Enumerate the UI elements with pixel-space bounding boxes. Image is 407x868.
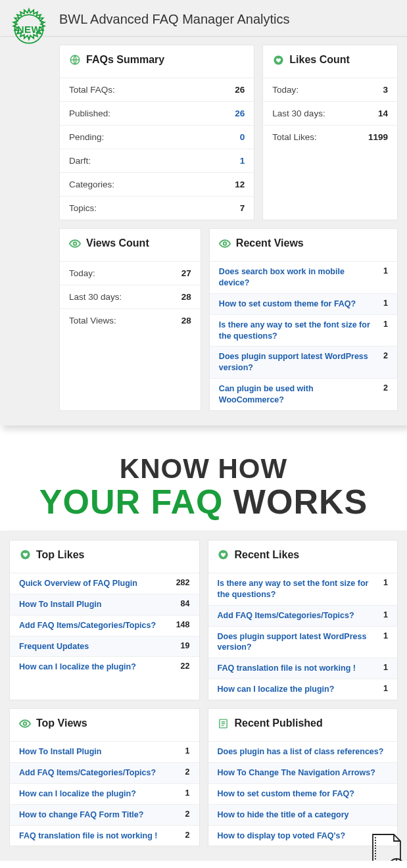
stat-label: Today: xyxy=(69,268,95,278)
list-row: Frequent Updates19 xyxy=(10,636,199,657)
stat-label: Total Likes: xyxy=(272,132,317,142)
list-count: 2 xyxy=(383,351,388,360)
list-count: 84 xyxy=(181,599,190,608)
list-link[interactable]: Does search box work in mobile device? xyxy=(219,266,377,289)
list-link[interactable]: How To Install Plugin xyxy=(19,599,101,610)
document-icon xyxy=(218,717,229,729)
list-row: Does plugin support latest WordPress ver… xyxy=(208,626,398,658)
list-count: 1 xyxy=(383,631,388,640)
stat-row: Pending:0 xyxy=(60,125,254,149)
list-row: Can plugin be used with WooCommerce?2 xyxy=(210,378,397,410)
list-link[interactable]: How To Change The Navigation Arrows? xyxy=(218,767,375,779)
page-title: BWL Advanced FAQ Manager Analytics xyxy=(0,0,407,37)
eye-icon xyxy=(19,717,31,729)
list-row: Add FAQ Items/Categories/Topics?148 xyxy=(10,615,199,636)
list-link[interactable]: How can I localize the plugin? xyxy=(19,662,136,673)
stat-value[interactable]: 1 xyxy=(240,156,245,166)
list-count: 1 xyxy=(383,610,388,619)
top-likes-card: Top Likes Quick Overview of FAQ Plugin28… xyxy=(9,540,200,700)
stat-value[interactable]: 0 xyxy=(240,132,245,142)
topviews-title: Top Views xyxy=(36,717,87,729)
list-row: Quick Overview of FAQ Plugin282 xyxy=(10,573,199,594)
heart-icon xyxy=(272,54,284,66)
list-row: How To Install Plugin1 xyxy=(10,741,199,762)
recent-likes-card: Recent Likes Is there any way to set the… xyxy=(208,540,398,700)
list-link[interactable]: How can I localize the plugin? xyxy=(218,684,335,695)
svg-point-3 xyxy=(74,242,77,245)
stat-value: 3 xyxy=(383,85,388,95)
list-count: 1 xyxy=(185,746,190,756)
stat-row: Today:27 xyxy=(60,261,201,285)
list-row: FAQ translation file is not working !2 xyxy=(10,825,199,846)
list-link[interactable]: How to set custom theme for FAQ? xyxy=(219,299,356,310)
list-link[interactable]: How to hide the title of a category xyxy=(218,809,349,821)
list-row: How can I localize the plugin?1 xyxy=(10,783,199,804)
hero-line1: KNOW HOW xyxy=(0,453,407,485)
list-row: How to set custom theme for FAQ? xyxy=(208,783,398,804)
stat-value: 28 xyxy=(181,316,191,326)
stat-value: 14 xyxy=(378,108,388,118)
list-link[interactable]: How to display top voted FAQ's? xyxy=(218,831,346,842)
globe-icon xyxy=(69,54,81,66)
list-row: How To Change The Navigation Arrows? xyxy=(208,762,398,783)
list-row: Is there any way to set the font size fo… xyxy=(208,573,398,605)
stat-label: Published: xyxy=(69,108,110,118)
list-link[interactable]: Add FAQ Items/Categories/Topics? xyxy=(19,767,156,779)
list-count: 148 xyxy=(176,620,190,629)
list-link[interactable]: How to change FAQ Form Title? xyxy=(19,809,143,821)
views-title: Views Count xyxy=(86,237,149,249)
list-row: How to change FAQ Form Title?2 xyxy=(10,804,199,825)
eye-icon xyxy=(69,237,81,249)
stat-value: 27 xyxy=(181,268,191,278)
list-count: 1 xyxy=(185,788,190,798)
list-link[interactable]: Is there any way to set the font size fo… xyxy=(218,578,377,600)
list-link[interactable]: How to set custom theme for FAQ? xyxy=(218,788,354,800)
heart-icon xyxy=(218,549,229,561)
list-row: How To Install Plugin84 xyxy=(10,594,199,615)
list-link[interactable]: How To Install Plugin xyxy=(19,746,101,758)
list-link[interactable]: Quick Overview of FAQ Plugin xyxy=(19,578,137,589)
stat-label: Last 30 days: xyxy=(69,292,122,302)
list-link[interactable]: Can plugin be used with WooCommerce? xyxy=(219,383,377,406)
stat-value: 7 xyxy=(240,203,245,213)
stat-label: Total Views: xyxy=(69,316,116,326)
list-link[interactable]: Does plugin support latest WordPress ver… xyxy=(219,351,377,374)
dashboard-section-2: Top Likes Quick Overview of FAQ Plugin28… xyxy=(0,531,407,861)
list-link[interactable]: Does plugin support latest WordPress ver… xyxy=(218,631,377,654)
dashboard-section-1: FAQs Summary Total FAQs:26Published:26Pe… xyxy=(0,37,407,425)
stat-label: Last 30 days: xyxy=(272,108,325,118)
heart-icon xyxy=(19,549,31,561)
list-link[interactable]: FAQ translation file is not working ! xyxy=(19,831,157,842)
svg-point-7 xyxy=(24,722,27,725)
list-link[interactable]: How can I localize the plugin? xyxy=(19,788,136,800)
list-link[interactable]: Does plugin has a list of class referenc… xyxy=(218,746,384,758)
list-count: 1 xyxy=(383,684,388,693)
stat-row: Total FAQs:26 xyxy=(60,78,254,101)
list-row: Add FAQ Items/Categories/Topics?1 xyxy=(208,605,398,626)
list-link[interactable]: Is there any way to set the font size fo… xyxy=(219,320,377,342)
hero-text: KNOW HOW YOUR FAQ WORKS xyxy=(0,444,407,531)
list-row: How to hide the title of a category xyxy=(208,804,398,825)
stat-value: 12 xyxy=(235,180,245,189)
list-link[interactable]: Frequent Updates xyxy=(19,641,89,652)
stat-label: Total FAQs: xyxy=(69,85,115,95)
list-count: 282 xyxy=(176,578,190,587)
list-link[interactable]: Add FAQ Items/Categories/Topics? xyxy=(218,610,354,621)
svg-point-4 xyxy=(224,242,227,245)
list-row: Is there any way to set the font size fo… xyxy=(210,314,397,347)
list-row: Does plugin support latest WordPress ver… xyxy=(210,346,397,378)
stat-label: Categories: xyxy=(69,180,114,189)
stat-row: Categories:12 xyxy=(60,172,254,196)
stat-row: Today:3 xyxy=(263,78,397,101)
likes-title: Likes Count xyxy=(289,54,350,66)
list-row: Does plugin has a list of class referenc… xyxy=(208,741,398,762)
report-icon xyxy=(369,833,404,861)
stat-label: Pending: xyxy=(69,132,104,142)
list-link[interactable]: Add FAQ Items/Categories/Topics? xyxy=(19,620,156,631)
list-link[interactable]: FAQ translation file is not working ! xyxy=(218,663,356,674)
recentlikes-title: Recent Likes xyxy=(235,549,300,561)
likes-count-card: Likes Count Today:3Last 30 days:14Total … xyxy=(262,45,398,220)
list-count: 2 xyxy=(185,767,190,777)
stat-value[interactable]: 26 xyxy=(235,108,245,118)
stat-value: 1199 xyxy=(368,132,388,142)
